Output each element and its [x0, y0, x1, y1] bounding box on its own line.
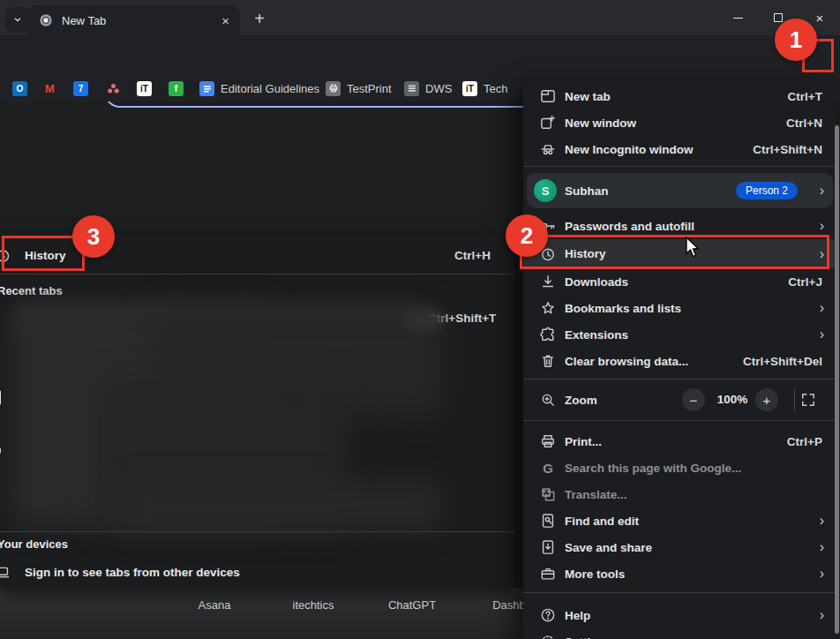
bookmark-editorial-guidelines[interactable]: Editorial Guidelines: [199, 75, 319, 101]
chevron-down-icon: [12, 14, 23, 25]
bookmark-calendar-icon[interactable]: 7: [73, 75, 88, 101]
menu-item-search-this-page-with-google[interactable]: GSearch this page with Google...: [523, 455, 836, 481]
menu-divider: [523, 592, 836, 593]
ntp-shortcut-itechtics[interactable]: itechtics: [293, 598, 334, 612]
menu-item-new-window[interactable]: New windowCtrl+N: [523, 109, 836, 136]
submenu-divider: [0, 274, 514, 274]
help-icon: [539, 606, 557, 624]
chrome-icon: [39, 13, 53, 27]
menu-divider: [523, 166, 836, 167]
menu-divider: [523, 420, 836, 421]
menu-item-downloads[interactable]: DownloadsCtrl+J: [523, 268, 836, 295]
translate-icon: [539, 485, 557, 503]
menu-item-help[interactable]: Help›: [523, 602, 836, 628]
menu-item-settings[interactable]: Settings: [523, 628, 836, 639]
profile-avatar: S: [534, 179, 557, 202]
history-blue-icon: [0, 470, 8, 485]
ntp-shortcut-chatgpt[interactable]: ChatGPT: [388, 598, 436, 612]
ntp-shortcut-dashb[interactable]: Dashb: [492, 598, 526, 612]
star-icon: [539, 299, 557, 317]
bookmark-testprint[interactable]: TestPrint: [326, 75, 392, 101]
annotation-step-3: 3: [72, 215, 115, 258]
new-tab-icon: [539, 87, 557, 105]
menu-item-label: Translate...: [565, 488, 627, 501]
menu-item-label: Save and share: [565, 541, 652, 554]
title-bar: New Tab × + ×: [0, 0, 840, 35]
bookmark-itechtics-icon[interactable]: iT: [137, 75, 152, 101]
blurred-history-entry: [124, 481, 441, 530]
bookmark-feedly-icon[interactable]: f: [169, 75, 184, 101]
annotation-step-1: 1: [775, 19, 817, 61]
window-minimize-button[interactable]: [724, 5, 751, 30]
menu-item-find-and-edit[interactable]: Find and edit›: [523, 507, 836, 534]
menu-item-bookmarks-and-lists[interactable]: Bookmarks and lists›: [523, 295, 836, 321]
menu-item-translate[interactable]: Translate...: [523, 481, 836, 507]
blur-patch: [404, 308, 445, 331]
zoom-out-button[interactable]: −: [682, 388, 705, 411]
more-tools-icon: [539, 565, 557, 583]
bookmark-gmail-icon[interactable]: M: [42, 75, 57, 101]
chevron-right-icon: ›: [820, 219, 824, 233]
menu-item-label: New window: [565, 117, 636, 130]
menu-item-label: Clear browsing data...: [565, 355, 688, 368]
menu-item-shortcut: Ctrl+Shift+Del: [743, 355, 822, 368]
menu-item-subhan[interactable]: SSubhanPerson 2›: [523, 173, 836, 208]
annotation-step-2: 2: [506, 214, 548, 257]
settings-blue-icon: [0, 311, 8, 326]
menu-item-more-tools[interactable]: More tools›: [523, 560, 836, 587]
incognito-icon: [539, 140, 557, 158]
annotation-box-history-item: [520, 235, 829, 269]
trash-icon: [539, 352, 557, 370]
google-g-icon: G: [539, 459, 557, 477]
settings-blue-icon: [0, 496, 8, 511]
bookmark-asana-icon[interactable]: [106, 75, 121, 101]
new-window-icon: [539, 114, 557, 132]
history-submenu: History Ctrl+H Recent tabs WG Ctrl+Shift…: [0, 234, 514, 588]
menu-item-new-tab[interactable]: New tabCtrl+T: [523, 83, 836, 109]
chevron-right-icon: ›: [820, 608, 824, 622]
menu-item-label: Settings: [565, 635, 611, 639]
settings-blue-icon: [0, 364, 8, 379]
menu-item-label: Find and edit: [565, 515, 639, 528]
menu-item-label: New Incognito window: [565, 143, 694, 156]
menu-item-zoom[interactable]: Zoom−100%+: [523, 383, 836, 417]
chevron-right-icon: ›: [820, 514, 824, 528]
bookmark-tech[interactable]: iTTech: [462, 75, 507, 101]
chevron-right-icon: ›: [820, 540, 824, 554]
menu-item-clear-browsing-data[interactable]: Clear browsing data...Ctrl+Shift+Del: [523, 348, 836, 374]
menu-item-label: Search this page with Google...: [565, 462, 741, 475]
menu-item-new-incognito-window[interactable]: New Incognito windowCtrl+Shift+N: [523, 136, 836, 162]
tab-new-tab[interactable]: New Tab ×: [26, 5, 240, 35]
ntp-shortcut-asana[interactable]: Asana: [199, 598, 231, 612]
menu-item-label: Help: [565, 609, 590, 622]
stackoverflow-icon: [0, 417, 8, 432]
sign-in-row[interactable]: Sign in to see tabs from other devices: [0, 560, 514, 584]
download-icon: [539, 273, 557, 290]
menu-item-shortcut: Ctrl+Shift+N: [753, 143, 822, 156]
history-shortcut: Ctrl+H: [454, 249, 491, 262]
zoom-in-button[interactable]: +: [755, 388, 778, 411]
tab-title: New Tab: [62, 14, 221, 27]
fullscreen-icon[interactable]: [799, 391, 817, 409]
new-tab-button[interactable]: +: [249, 8, 270, 29]
google-icon: G: [0, 443, 8, 458]
chevron-right-icon: ›: [820, 301, 824, 315]
bookmark-outlook-icon[interactable]: O: [12, 75, 27, 101]
tab-close-icon[interactable]: ×: [221, 13, 229, 28]
menu-scrollbar[interactable]: [835, 125, 839, 634]
chevron-right-icon: ›: [820, 567, 824, 581]
menu-item-label: New tab: [565, 90, 611, 103]
sign-in-text: Sign in to see tabs from other devices: [25, 566, 240, 579]
menu-item-shortcut: Ctrl+T: [788, 90, 822, 103]
zoom-level-value: 100%: [710, 393, 754, 406]
devices-icon: [0, 564, 11, 581]
menu-item-extensions[interactable]: Extensions›: [523, 321, 836, 348]
mouse-cursor: [685, 237, 701, 259]
menu-item-save-and-share[interactable]: Save and share›: [523, 534, 836, 560]
menu-item-label: Downloads: [565, 275, 628, 289]
menu-item-print[interactable]: Print...Ctrl+P: [523, 428, 836, 455]
history-blue-icon: [0, 337, 8, 352]
menu-item-label: More tools: [565, 568, 625, 581]
bookmark-dws[interactable]: DWS: [404, 75, 452, 101]
toolbar: ← → G ☆ G ABP: [0, 35, 840, 75]
